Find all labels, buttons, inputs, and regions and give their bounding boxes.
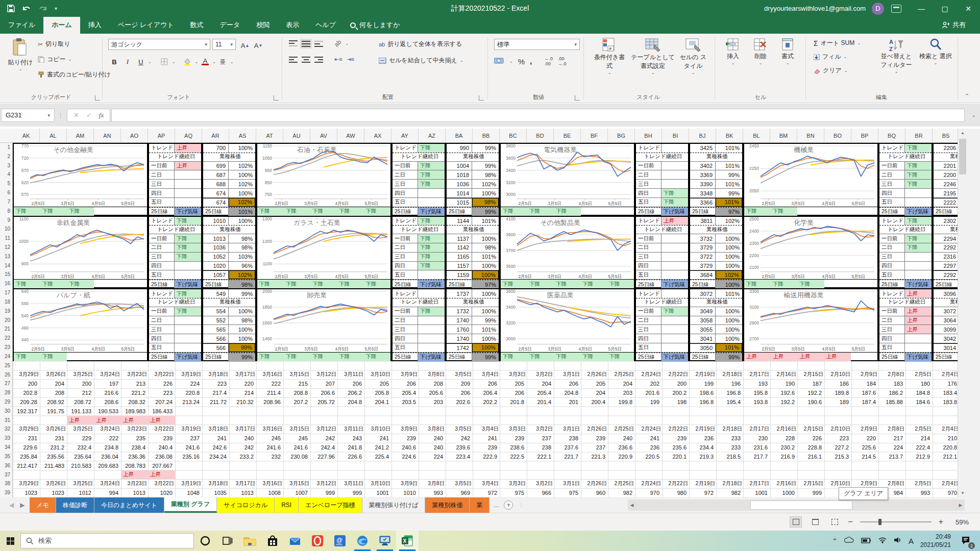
date-cell[interactable]: 2月4日 xyxy=(933,370,958,380)
row-header-9[interactable]: 9 xyxy=(7,217,10,223)
value-cell[interactable]: 224 xyxy=(175,379,202,388)
date-cell[interactable]: 3月9日 xyxy=(391,479,419,488)
sheet-tab-RSI[interactable]: RSI xyxy=(275,497,299,513)
value-cell[interactable]: 200 xyxy=(13,379,40,388)
bold-button[interactable]: B xyxy=(108,56,120,67)
fill-button[interactable]: フィル⌄ xyxy=(814,53,847,61)
zoom-level[interactable]: 59% xyxy=(950,518,969,526)
row-header-3[interactable]: 3 xyxy=(7,163,10,168)
sheet-nav-left-icon[interactable]: ◀ xyxy=(9,502,14,509)
align-bottom-icon[interactable] xyxy=(314,40,323,47)
value-cell[interactable]: 200.4 xyxy=(581,397,608,407)
column-header-AU[interactable]: AU xyxy=(283,129,310,143)
delete-cells-button[interactable]: 削除⌄ xyxy=(748,38,773,65)
date-cell[interactable]: 3月18日 xyxy=(202,424,229,434)
horizontal-scrollbar[interactable]: ◀ ▶ xyxy=(628,499,965,511)
value-cell[interactable]: 224.6 xyxy=(391,452,419,461)
chart-block-機械業[interactable]: 2450225020502月5日3月5日4月5日5月5日機械業下降下降 xyxy=(743,143,878,216)
value-cell[interactable]: 214 xyxy=(229,388,256,397)
row-header-39[interactable]: 39 xyxy=(5,490,10,495)
value-cell[interactable]: 241.2 xyxy=(364,443,391,452)
value-cell[interactable]: 206.2 xyxy=(337,388,364,397)
value-cell[interactable]: 205.4 xyxy=(391,388,419,397)
value-cell[interactable]: 224 xyxy=(878,443,905,452)
value-cell[interactable]: 230.2 xyxy=(770,443,797,452)
value-cell[interactable]: 242.4 xyxy=(310,443,337,452)
decrease-indent-icon[interactable]: ⇤≡ xyxy=(334,56,342,63)
value-cell[interactable]: 240 xyxy=(419,434,446,443)
date-cell[interactable]: 2月18日 xyxy=(716,479,743,488)
row-header-33[interactable]: 33 xyxy=(5,435,10,441)
row-header-22[interactable]: 22 xyxy=(5,335,10,341)
value-cell[interactable]: 184 xyxy=(851,379,878,388)
value-cell[interactable]: 201.4 xyxy=(527,397,554,407)
value-cell[interactable]: 204 xyxy=(527,379,554,388)
row-header-23[interactable]: 23 xyxy=(5,344,10,350)
date-cell[interactable]: 2月17日 xyxy=(743,370,770,380)
comma-icon[interactable]: , xyxy=(530,57,532,66)
value-cell[interactable]: 206 xyxy=(554,379,581,388)
date-cell[interactable]: 2月10日 xyxy=(824,370,851,380)
value-cell[interactable]: 206.4 xyxy=(473,388,500,397)
value-cell[interactable]: 241.6 xyxy=(175,443,202,452)
date-cell[interactable]: 3月1日 xyxy=(554,370,581,380)
date-cell[interactable]: 3月19日 xyxy=(175,424,202,434)
value-cell[interactable]: 203.5 xyxy=(391,397,419,407)
date-cell[interactable]: 2月8日 xyxy=(878,424,905,434)
value-cell[interactable]: 207.2 xyxy=(283,397,310,407)
value-cell[interactable]: 239 xyxy=(500,434,527,443)
format-as-table-button[interactable]: テーブルとして書式設定⌄ xyxy=(631,38,675,75)
increase-indent-icon[interactable]: ⇥≡ xyxy=(347,56,355,63)
value-cell[interactable]: 206 xyxy=(446,388,473,397)
tab-file[interactable]: ファイル xyxy=(0,17,43,34)
tray-expand-icon[interactable]: ⌃ xyxy=(832,537,838,545)
value-cell[interactable]: 207.667 xyxy=(148,461,175,470)
value-cell[interactable]: 183.8 xyxy=(933,397,958,407)
date-cell[interactable]: 3月15日 xyxy=(283,424,310,434)
value-cell[interactable]: 186.2 xyxy=(878,388,905,397)
chart-機械業[interactable]: 2450225020502月5日3月5日4月5日5月5日機械業 xyxy=(744,144,877,207)
value-cell[interactable]: 231.2 xyxy=(40,443,67,452)
value-cell[interactable]: 209 xyxy=(446,379,473,388)
date-cell[interactable]: 3月22日 xyxy=(148,424,175,434)
value-cell[interactable]: 235.6 xyxy=(662,443,689,452)
value-cell[interactable]: 980 xyxy=(662,488,689,497)
value-cell[interactable]: 203 xyxy=(419,397,446,407)
value-cell[interactable]: 241 xyxy=(202,434,229,443)
date-cell[interactable]: 3月12日 xyxy=(310,479,337,488)
column-header-AW[interactable]: AW xyxy=(337,129,364,143)
value-cell[interactable]: 205 xyxy=(500,379,527,388)
value-cell[interactable]: 239 xyxy=(473,443,500,452)
value-cell[interactable]: 1001 xyxy=(364,488,391,497)
shrink-font-button[interactable]: A▼ xyxy=(252,40,264,51)
value-cell[interactable]: 234.4 xyxy=(689,443,716,452)
date-cell[interactable]: 3月23日 xyxy=(121,479,148,488)
value-cell[interactable]: 184.8 xyxy=(905,388,933,397)
value-cell[interactable]: 993 xyxy=(419,488,446,497)
ime-indicator[interactable]: A xyxy=(909,537,914,545)
value-cell[interactable]: 206 xyxy=(337,379,364,388)
row-header-15[interactable]: 15 xyxy=(5,271,10,277)
column-header-BQ[interactable]: BQ xyxy=(878,129,905,143)
chart-化学業[interactable]: 250024002300220021002月5日3月5日4月5日5月5日化学業 xyxy=(744,217,877,280)
hscroll-left-arrow[interactable]: ◀ xyxy=(628,503,636,508)
value-cell[interactable]: 212.417 xyxy=(13,461,40,470)
column-header-BS[interactable]: BS xyxy=(933,129,958,143)
value-cell[interactable]: 241 xyxy=(364,434,391,443)
value-cell[interactable]: 221.2 xyxy=(121,388,148,397)
date-cell[interactable]: 2月24日 xyxy=(635,479,662,488)
value-cell[interactable]: 999 xyxy=(310,488,337,497)
row-header-5[interactable]: 5 xyxy=(7,181,10,186)
date-cell[interactable]: 3月18日 xyxy=(202,370,229,380)
value-cell[interactable]: 201.8 xyxy=(500,397,527,407)
number-dialog-launcher[interactable] xyxy=(575,95,580,101)
value-cell[interactable]: 975 xyxy=(554,488,581,497)
value-cell[interactable]: 238.6 xyxy=(500,443,527,452)
save-icon[interactable] xyxy=(7,5,15,12)
date-cell[interactable]: 2月24日 xyxy=(635,424,662,434)
column-header-BN[interactable]: BN xyxy=(797,129,824,143)
minimize-button[interactable]: — xyxy=(910,0,933,17)
column-header-BL[interactable]: BL xyxy=(743,129,770,143)
value-cell[interactable]: 225.6 xyxy=(851,443,878,452)
row-header-21[interactable]: 21 xyxy=(5,326,10,332)
